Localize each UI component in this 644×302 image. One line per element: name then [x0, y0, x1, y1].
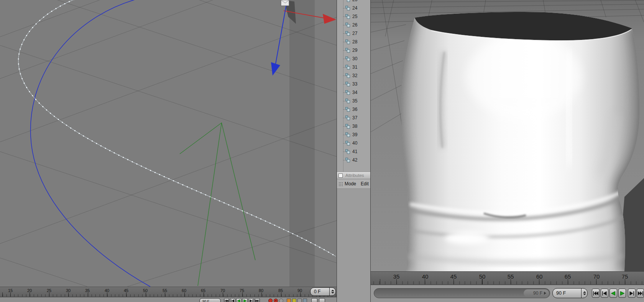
frame-stepper[interactable]	[329, 288, 335, 295]
frame-number-field[interactable]: 90 F	[552, 288, 588, 298]
current-frame-value[interactable]: 0 F	[310, 288, 329, 295]
play-backward-button[interactable]	[610, 289, 617, 298]
ruler-tick: 65	[559, 273, 576, 280]
end-frame-field[interactable]: 90 F	[199, 298, 221, 302]
track-row[interactable]: 25	[337, 12, 370, 21]
record-scale-toggle[interactable]	[292, 299, 296, 302]
track-number: 38	[352, 124, 357, 129]
ruler-tick: 20	[23, 288, 36, 293]
ruler-tick: 35	[388, 273, 405, 280]
ruler-tick: 65	[197, 288, 210, 293]
menu-mode[interactable]: Mode	[345, 181, 356, 186]
autokey-button[interactable]	[274, 299, 278, 302]
track-number: 24	[352, 5, 357, 11]
stepper-up-icon[interactable]	[331, 290, 334, 291]
goto-end-button[interactable]	[637, 289, 644, 298]
track-row[interactable]: 31	[337, 63, 370, 71]
track-icon	[345, 107, 350, 112]
current-frame-field[interactable]: 0 F	[310, 287, 336, 296]
ruler-tick: 90	[293, 288, 306, 293]
track-row[interactable]: 27	[337, 29, 370, 38]
play-forward-button[interactable]	[242, 298, 248, 302]
previous-frame-button[interactable]	[230, 298, 235, 302]
record-rotation-toggle[interactable]	[297, 299, 302, 302]
stepper-down-icon[interactable]	[583, 294, 586, 295]
record-position-toggle[interactable]	[287, 299, 291, 302]
right-viewport[interactable]: 35 40 45 50 55 60 65 70 75 90 F 90 F	[371, 0, 644, 302]
track-row[interactable]: 29	[337, 46, 370, 54]
track-icon	[345, 82, 350, 86]
goto-start-button[interactable]	[592, 289, 600, 298]
record-keyframe-button[interactable]	[268, 299, 273, 302]
ruler-tick: 60	[531, 273, 548, 280]
track-icon	[345, 132, 350, 137]
track-row[interactable]: 42	[337, 156, 370, 164]
keyframe-options-button[interactable]	[311, 298, 317, 302]
ruler-tick: 55	[158, 288, 171, 293]
stepper-up-icon[interactable]	[583, 291, 586, 293]
track-row[interactable]: 26	[337, 21, 370, 29]
ruler-tick: 45	[120, 288, 133, 293]
frame-stepper[interactable]	[581, 289, 587, 298]
slider-frame-label: 90 F	[533, 290, 542, 296]
track-row[interactable]: 38	[337, 122, 370, 130]
play-forward-button[interactable]	[618, 289, 626, 298]
left-timeline-ruler[interactable]: 15 20 25 30 35 40 45 50 55 60 65 70 75 8…	[0, 287, 337, 297]
ruler-tick: 15	[4, 288, 17, 293]
ruler-tick: 75	[235, 288, 248, 293]
track-icon	[345, 90, 350, 95]
stepper-down-icon[interactable]	[331, 292, 334, 294]
track-number: 39	[352, 132, 357, 137]
keyframe-selection-button[interactable]	[279, 299, 283, 302]
next-frame-button[interactable]	[628, 289, 636, 298]
track-number: 36	[352, 107, 357, 112]
attributes-panel-title: Attributes	[345, 173, 364, 178]
track-row[interactable]: 37	[337, 114, 370, 122]
track-row[interactable]: 33	[337, 80, 370, 88]
track-row[interactable]: 36	[337, 105, 370, 114]
right-timeline-ruler[interactable]: 35 40 45 50 55 60 65 70 75	[371, 271, 644, 285]
track-number: 37	[352, 115, 357, 120]
track-row[interactable]: 39	[337, 130, 370, 139]
frame-number-value[interactable]: 90 F	[553, 289, 581, 298]
track-icon	[345, 31, 350, 36]
right-viewport-canvas[interactable]	[371, 0, 644, 271]
timeline-slider-handle[interactable]: 90 F	[524, 289, 549, 297]
track-number: 42	[352, 157, 357, 163]
track-row[interactable]: 28	[337, 38, 370, 46]
track-icon	[345, 40, 350, 44]
left-viewport-canvas[interactable]	[0, 0, 337, 287]
left-viewport[interactable]: 15 20 25 30 35 40 45 50 55 60 65 70 75 8…	[0, 0, 337, 302]
menu-edit[interactable]: Edit	[361, 181, 369, 186]
animation-palette-button[interactable]	[319, 298, 325, 302]
track-icon	[345, 124, 350, 129]
track-row[interactable]: 23	[337, 0, 370, 4]
previous-frame-button[interactable]	[601, 289, 608, 298]
track-icon	[345, 73, 350, 78]
timeline-track-panel: 23 24 25 26 27 28 29 30 31 32 33 34 35 3…	[337, 0, 371, 302]
track-row[interactable]: 34	[337, 88, 370, 97]
track-row[interactable]: 24	[337, 4, 370, 12]
track-row[interactable]: 30	[337, 54, 370, 63]
goto-start-button[interactable]	[224, 298, 229, 302]
track-row[interactable]: 35	[337, 97, 370, 105]
ruler-tick: 25	[43, 288, 56, 293]
ruler-tick: 45	[445, 273, 462, 280]
track-row[interactable]: 32	[337, 71, 370, 80]
goto-end-button[interactable]	[255, 298, 260, 302]
track-number: 30	[352, 56, 357, 61]
track-number: 32	[352, 73, 357, 78]
next-frame-button[interactable]	[248, 298, 254, 302]
viewport-shade-strip	[289, 0, 315, 287]
panel-checkbox-icon[interactable]	[338, 173, 343, 178]
ruler-tick: 85	[274, 288, 287, 293]
track-row[interactable]: 40	[337, 139, 370, 147]
track-row[interactable]: 41	[337, 147, 370, 156]
cloth-object	[400, 12, 640, 271]
play-backward-button[interactable]	[236, 298, 242, 302]
timeline-slider[interactable]: 90 F	[374, 288, 550, 298]
attributes-panel-header[interactable]: Attributes	[337, 172, 370, 179]
record-parameter-toggle[interactable]	[303, 299, 307, 302]
panel-grip-icon[interactable]	[338, 182, 343, 186]
track-number: 23	[352, 0, 357, 2]
